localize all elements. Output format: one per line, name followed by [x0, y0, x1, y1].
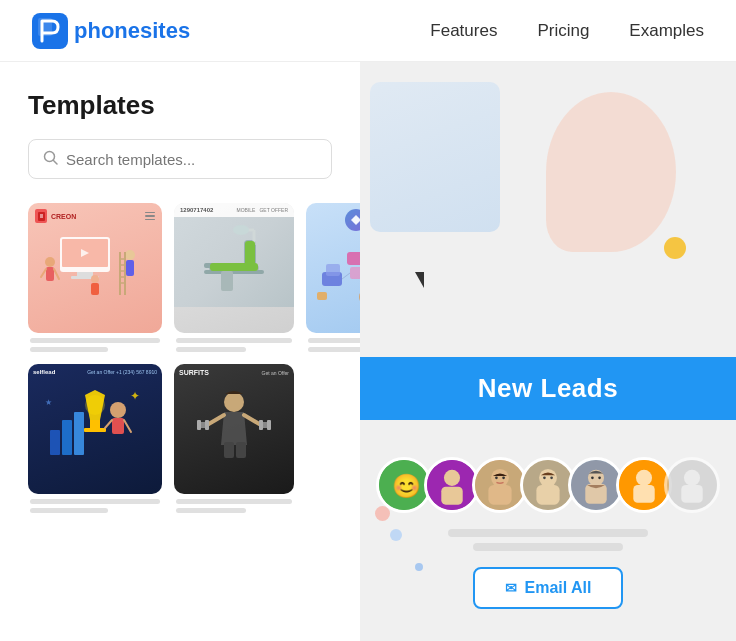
svg-rect-9 [77, 272, 93, 276]
svg-line-14 [41, 269, 46, 277]
svg-rect-58 [112, 418, 124, 434]
nav-pricing[interactable]: Pricing [537, 21, 589, 41]
svg-point-82 [495, 477, 498, 480]
svg-line-60 [124, 420, 131, 432]
svg-text:★: ★ [45, 398, 52, 407]
wds-illustration [312, 239, 360, 319]
selflead-phone: Get an Offer +1 (234) 567 8910 [87, 369, 157, 375]
surfits-illustration [179, 380, 289, 460]
logo[interactable]: phonesites [32, 13, 190, 49]
creon-menu-icon [145, 212, 155, 221]
svg-rect-81 [488, 485, 511, 505]
svg-rect-49 [317, 292, 327, 300]
svg-rect-36 [245, 241, 255, 269]
svg-rect-70 [259, 420, 263, 430]
nav: Features Pricing Examples [430, 21, 704, 41]
nav-examples[interactable]: Examples [629, 21, 704, 41]
svg-point-85 [539, 469, 557, 487]
svg-point-88 [550, 477, 553, 480]
svg-point-16 [125, 250, 135, 260]
email-icon: ✉ [505, 580, 517, 596]
svg-point-95 [636, 470, 652, 486]
svg-rect-34 [221, 271, 233, 291]
search-input[interactable] [66, 151, 317, 168]
svg-line-45 [342, 273, 350, 279]
templates-title: Templates [28, 90, 332, 121]
selflead-brand: selflead [33, 369, 55, 375]
new-leads-text: New Leads [478, 373, 618, 404]
search-box[interactable] [28, 139, 332, 179]
svg-rect-55 [62, 420, 72, 455]
dental-image [174, 217, 294, 307]
header: phonesites Features Pricing Examples [0, 0, 736, 62]
new-leads-banner: New Leads [360, 357, 736, 420]
svg-point-92 [591, 477, 594, 480]
svg-rect-67 [197, 420, 201, 430]
svg-rect-39 [326, 264, 340, 276]
svg-rect-51 [90, 420, 100, 428]
avatars-section: 😊 [360, 437, 736, 629]
svg-rect-86 [536, 485, 559, 505]
svg-text:✦: ✦ [130, 389, 140, 403]
svg-line-15 [54, 269, 59, 279]
wds-card-info [306, 333, 360, 352]
svg-rect-96 [633, 485, 654, 503]
template-grid: CREON [28, 203, 332, 513]
logo-text: phonesites [74, 18, 190, 44]
template-card-dental[interactable]: 1290717402 MOBILE GET OFFER [174, 203, 294, 352]
info-lines [448, 529, 648, 551]
svg-point-25 [91, 275, 99, 283]
svg-rect-72 [224, 442, 234, 458]
email-all-button[interactable]: ✉ Email All [473, 567, 624, 609]
template-card-wds[interactable]: WDS WDC [306, 203, 360, 352]
svg-point-57 [110, 402, 126, 418]
svg-rect-78 [441, 487, 462, 505]
template-card-creon[interactable]: CREON [28, 203, 162, 352]
wds-logo [345, 209, 360, 231]
svg-point-63 [224, 392, 244, 412]
search-icon [43, 150, 58, 168]
dental-brand: 1290717402 [180, 207, 213, 213]
svg-point-83 [502, 477, 505, 480]
svg-rect-41 [350, 267, 360, 279]
svg-point-53 [85, 395, 105, 415]
right-panel: New Leads 😊 [360, 62, 736, 641]
creon-brand: CREON [35, 209, 76, 223]
svg-rect-13 [46, 267, 54, 281]
surfits-card-info [174, 494, 294, 513]
email-all-label: Email All [525, 579, 592, 597]
svg-point-77 [444, 470, 460, 486]
svg-line-3 [54, 161, 58, 165]
svg-rect-52 [84, 428, 106, 432]
left-panel: Templates [0, 62, 360, 641]
creon-illustration [35, 227, 155, 297]
template-card-selflead[interactable]: selflead Get an Offer +1 (234) 567 8910 [28, 364, 162, 513]
svg-rect-99 [681, 485, 702, 503]
creon-card-info [28, 333, 162, 352]
surfits-phone: Get an Offer [262, 370, 289, 376]
selflead-illustration: ✦ ★ [33, 379, 157, 459]
template-card-surfits[interactable]: SURFITS Get an Offer [174, 364, 294, 513]
svg-point-87 [543, 477, 546, 480]
nav-features[interactable]: Features [430, 21, 497, 41]
info-line-1 [448, 529, 648, 537]
svg-point-12 [45, 257, 55, 267]
svg-point-37 [353, 217, 359, 223]
avatar-7 [664, 457, 720, 513]
dental-card-info [174, 333, 294, 352]
svg-line-59 [105, 420, 112, 428]
svg-line-65 [244, 415, 261, 425]
svg-rect-17 [126, 260, 134, 276]
dental-nav: MOBILE GET OFFER [237, 207, 288, 213]
svg-rect-40 [347, 252, 360, 265]
svg-rect-73 [236, 442, 246, 458]
avatars-row: 😊 [376, 457, 720, 513]
surfits-brand: SURFITS [179, 369, 209, 376]
main: Templates [0, 62, 736, 641]
svg-point-98 [684, 470, 700, 486]
svg-rect-26 [91, 283, 99, 295]
template-preview-area [360, 62, 736, 352]
svg-rect-54 [50, 430, 60, 455]
svg-rect-56 [74, 412, 84, 455]
svg-point-80 [491, 469, 509, 487]
